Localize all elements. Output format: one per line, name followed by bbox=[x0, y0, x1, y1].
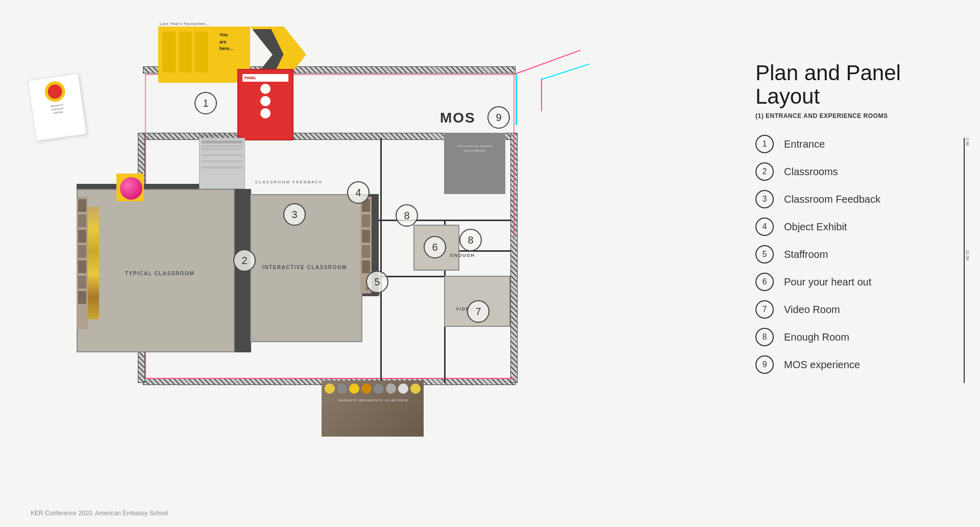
legend-item-2: 2 Classrooms bbox=[755, 162, 949, 181]
footer-text: KER Conference 2020, American Embassy Sc… bbox=[31, 510, 168, 517]
enough-room-label: ENOUGH bbox=[450, 253, 475, 258]
legend-num-9: 9 bbox=[755, 355, 774, 374]
pink-line-bottom bbox=[145, 378, 514, 379]
pink-circle bbox=[120, 177, 142, 200]
bottom-strip: MUSEUM OF CLASSROOM LEARNING bbox=[322, 380, 424, 437]
page-title: Plan and Panel Layout bbox=[755, 61, 949, 108]
h-divider-2 bbox=[378, 276, 449, 277]
legend-item-9: 9 MOS experience bbox=[755, 355, 949, 374]
legend-num-1: 1 bbox=[755, 135, 774, 153]
mos-label: MOS bbox=[440, 110, 476, 126]
legend-num-4: 4 bbox=[755, 218, 774, 236]
legend-label-9: MOS experience bbox=[784, 359, 860, 371]
classroom-feedback-label: CLASSROOM FEEDBACK bbox=[255, 180, 323, 184]
legend-label-1: Entrance bbox=[784, 138, 825, 150]
red-panel: PANEL bbox=[237, 69, 293, 140]
room-num-7: 7 bbox=[467, 300, 489, 323]
newspaper-panel-label: NEWSPAPER PANEL bbox=[199, 134, 242, 137]
newspaper-panel bbox=[199, 138, 245, 189]
left-wall-decoration bbox=[77, 197, 88, 329]
legend-num-6: 6 bbox=[755, 273, 774, 291]
room-num-1: 1 bbox=[194, 92, 217, 114]
legend-panel: Plan and Panel Layout (1) ENTRANCE AND E… bbox=[755, 61, 949, 383]
legend-label-5: Staffroom bbox=[784, 249, 828, 260]
left-mural bbox=[88, 207, 99, 319]
cyan-diagonal bbox=[541, 63, 590, 80]
mos-block bbox=[444, 133, 505, 194]
legend-item-4: 4 Object Exhibit bbox=[755, 218, 949, 236]
room-num-3: 3 bbox=[283, 203, 306, 226]
legend-num-2: 2 bbox=[755, 162, 774, 181]
room-num-6: 6 bbox=[424, 236, 446, 258]
legend-item-6: 6 Pour your heart out bbox=[755, 273, 949, 291]
you-are-here-text: You are here... bbox=[219, 32, 233, 53]
legend-num-7: 7 bbox=[755, 300, 774, 319]
room-num-8b: 8 bbox=[459, 229, 482, 251]
legend-label-8: Enough Room bbox=[784, 331, 849, 343]
interactive-classroom-label: INTERACTIVE CLASSROOM bbox=[262, 265, 347, 270]
legend-num-5: 5 bbox=[755, 245, 774, 264]
room-num-5: 5 bbox=[366, 271, 388, 293]
dim-label-mid: 21.26 bbox=[965, 250, 970, 260]
legend-label-7: Video Room bbox=[784, 304, 840, 316]
legend-label-2: Classrooms bbox=[784, 166, 838, 178]
panel-caption-top: Last Year's Favourites... bbox=[160, 21, 210, 26]
cyan-vert bbox=[516, 74, 517, 125]
typical-classroom-label: TYPICAL CLASSROOM bbox=[125, 271, 194, 276]
room-num-4: 4 bbox=[347, 181, 370, 204]
legend-subtitle: (1) ENTRANCE AND EXPERIENCE ROOMS bbox=[755, 112, 949, 119]
room-num-8a: 8 bbox=[396, 204, 418, 227]
yellow-entrance-panel bbox=[158, 27, 250, 83]
legend-item-5: 5 Staffroom bbox=[755, 245, 949, 264]
dimension-line bbox=[964, 138, 965, 383]
legend-label-4: Object Exhibit bbox=[784, 221, 847, 233]
legend-label-3: Classroom Feedback bbox=[784, 194, 880, 205]
legend-item-3: 3 Classroom Feedback bbox=[755, 190, 949, 208]
room-num-2: 2 bbox=[233, 249, 256, 272]
dim-label-top: 2.98 bbox=[965, 138, 970, 146]
mos-quote: This is today but tomorrowcan be differe… bbox=[447, 144, 503, 153]
legend-item-1: 1 Entrance bbox=[755, 135, 949, 153]
room-num-9: 9 bbox=[487, 106, 510, 129]
legend-label-6: Pour your heart out bbox=[784, 276, 871, 288]
legend-item-8: 8 Enough Room bbox=[755, 328, 949, 346]
legend-item-7: 7 Video Room bbox=[755, 300, 949, 319]
brochure: Museum ofClassroomLearning bbox=[28, 74, 87, 141]
pink-slant bbox=[513, 50, 581, 75]
legend-num-3: 3 bbox=[755, 190, 774, 208]
pink-vert-right bbox=[541, 78, 542, 111]
v-divider-1 bbox=[380, 138, 382, 383]
legend-num-8: 8 bbox=[755, 328, 774, 346]
